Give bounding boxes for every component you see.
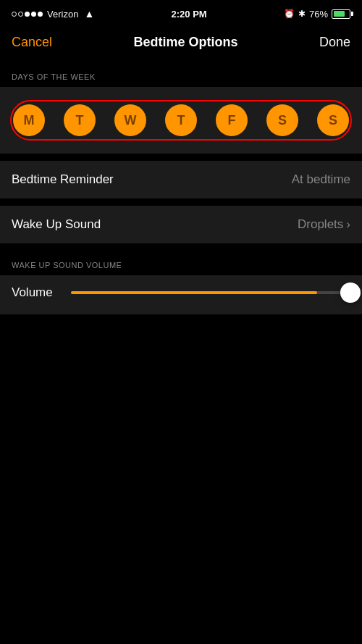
cancel-button[interactable]: Cancel	[12, 35, 52, 50]
signal-dot-4	[31, 12, 36, 17]
page-title: Bedtime Options	[133, 35, 237, 50]
days-section-label: DAYS OF THE WEEK	[0, 62, 362, 87]
divider-1	[0, 154, 362, 161]
battery-body	[332, 9, 350, 19]
divider-3	[0, 243, 362, 251]
volume-section-label: WAKE UP SOUND VOLUME	[0, 251, 362, 275]
status-right: ⏰ ✱ 76%	[284, 9, 350, 20]
battery-percent: 76%	[309, 9, 328, 20]
bedtime-reminder-value: At bedtime	[292, 172, 350, 187]
nav-bar: Cancel Bedtime Options Done	[0, 26, 362, 62]
days-section: M T W T F S S	[0, 87, 362, 154]
bluetooth-icon: ✱	[298, 9, 306, 19]
bedtime-reminder-row[interactable]: Bedtime Reminder At bedtime	[0, 161, 362, 198]
done-button[interactable]: Done	[319, 35, 350, 50]
wake-up-sound-value: Droplets ›	[298, 217, 350, 232]
chevron-right-icon: ›	[346, 217, 350, 232]
volume-section: Volume	[0, 275, 362, 314]
days-container: M T W T F S S	[10, 100, 352, 141]
volume-label: Volume	[12, 285, 62, 300]
status-bar: Verizon ▲ 2:20 PM ⏰ ✱ 76%	[0, 0, 362, 26]
wifi-icon: ▲	[84, 8, 94, 20]
day-thursday[interactable]: T	[165, 104, 197, 136]
day-monday[interactable]: M	[13, 104, 45, 136]
volume-slider-thumb[interactable]	[340, 283, 361, 303]
battery-fill	[334, 11, 345, 17]
status-time: 2:20 PM	[172, 9, 207, 20]
day-saturday[interactable]: S	[266, 104, 298, 136]
bedtime-reminder-label: Bedtime Reminder	[12, 172, 114, 187]
day-friday[interactable]: F	[216, 104, 248, 136]
signal-dot-1	[12, 12, 17, 17]
volume-slider-track[interactable]	[71, 291, 350, 294]
day-tuesday[interactable]: T	[64, 104, 96, 136]
wake-up-sound-name: Droplets	[298, 217, 343, 232]
signal-dot-2	[18, 12, 23, 17]
divider-2	[0, 198, 362, 206]
carrier-name: Verizon	[47, 9, 78, 20]
wake-up-sound-label: Wake Up Sound	[12, 217, 101, 232]
alarm-icon: ⏰	[284, 9, 295, 19]
volume-slider-fill	[71, 291, 317, 294]
signal-dot-3	[25, 12, 30, 17]
day-wednesday[interactable]: W	[114, 104, 146, 136]
day-sunday[interactable]: S	[317, 104, 349, 136]
volume-row: Volume	[12, 285, 350, 300]
signal-dots	[12, 12, 43, 17]
signal-dot-5	[38, 12, 43, 17]
battery-icon	[332, 9, 350, 19]
wake-up-sound-row[interactable]: Wake Up Sound Droplets ›	[0, 206, 362, 243]
status-left: Verizon ▲	[12, 8, 94, 20]
